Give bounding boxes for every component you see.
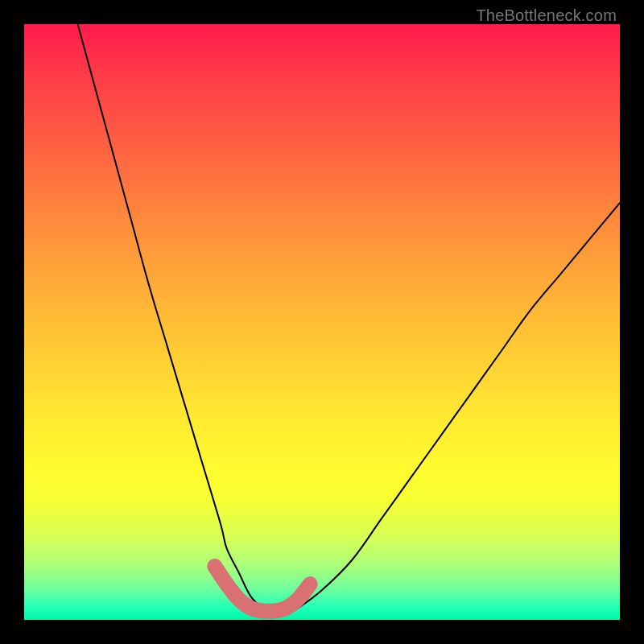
bottleneck-curve [78,24,620,615]
optimal-zone-arc [215,566,310,611]
chart-plot-area [24,24,620,620]
chart-frame: TheBottleneck.com [0,0,644,644]
watermark-text: TheBottleneck.com [476,6,617,25]
chart-svg [24,24,620,620]
